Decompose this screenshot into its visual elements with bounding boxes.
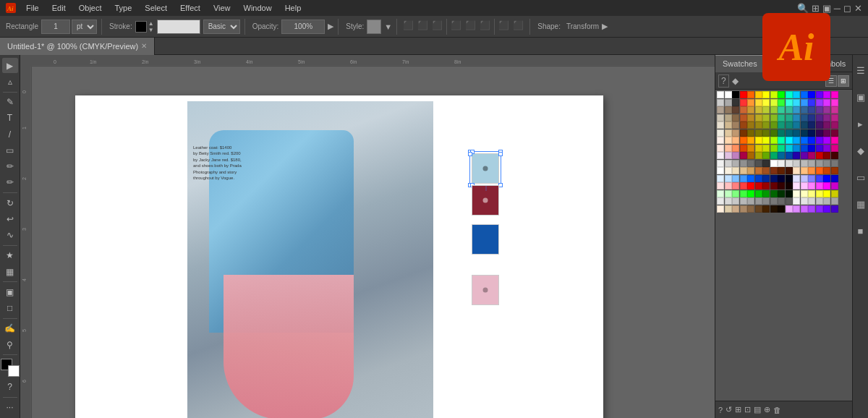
color-swatch[interactable] <box>740 182 747 189</box>
color-swatch[interactable] <box>725 205 732 213</box>
color-swatch[interactable] <box>816 106 823 114</box>
selection-tool[interactable]: ▶ <box>2 58 18 73</box>
color-swatch[interactable] <box>808 106 815 114</box>
color-swatch[interactable] <box>762 160 770 167</box>
color-swatch[interactable] <box>747 160 754 167</box>
stroke-color-swatch[interactable] <box>135 21 147 33</box>
color-swatch[interactable] <box>717 167 724 174</box>
scale-tool[interactable]: ↩ <box>2 211 18 226</box>
color-swatch[interactable] <box>755 160 762 167</box>
color-swatch[interactable] <box>786 175 793 182</box>
color-swatch[interactable] <box>755 129 762 137</box>
color-swatch[interactable] <box>762 145 770 152</box>
color-swatch[interactable] <box>823 190 830 197</box>
color-swatch[interactable] <box>770 129 778 137</box>
color-swatch[interactable] <box>778 91 785 98</box>
grid-view-icon[interactable]: ⊞ <box>812 3 820 14</box>
color-swatch[interactable] <box>793 152 800 159</box>
color-swatch[interactable] <box>808 160 815 167</box>
swatch-block-3[interactable] <box>472 224 499 255</box>
color-swatch[interactable] <box>801 197 808 205</box>
color-swatch[interactable] <box>755 175 762 182</box>
swatch-new[interactable]: ⊡ <box>744 405 751 414</box>
search-icon[interactable]: 🔍 <box>797 3 809 14</box>
color-swatch[interactable] <box>831 145 838 152</box>
color-swatch[interactable] <box>770 121 778 129</box>
swatch-block-2[interactable] <box>472 185 499 216</box>
color-swatch[interactable] <box>816 190 823 197</box>
size-unit-select[interactable]: pt <box>72 20 97 34</box>
color-swatch[interactable] <box>823 99 830 106</box>
stroke-type-select[interactable]: Basic <box>203 20 240 34</box>
color-swatch[interactable] <box>823 137 830 144</box>
color-swatch[interactable] <box>725 91 732 98</box>
color-swatch[interactable] <box>816 91 823 98</box>
color-swatch[interactable] <box>762 106 770 114</box>
color-swatch[interactable] <box>801 182 808 189</box>
color-swatch[interactable] <box>747 106 754 114</box>
color-swatch[interactable] <box>801 114 808 121</box>
color-swatch[interactable] <box>793 99 800 106</box>
background-color[interactable] <box>8 365 20 377</box>
color-swatch[interactable] <box>717 99 724 106</box>
color-swatch[interactable] <box>717 145 724 152</box>
color-swatch[interactable] <box>823 91 830 98</box>
color-swatch[interactable] <box>823 205 830 213</box>
color-swatch[interactable] <box>831 137 838 144</box>
color-swatch[interactable] <box>823 182 830 189</box>
color-swatch[interactable] <box>725 175 732 182</box>
cc-libraries-icon[interactable]: ◆ <box>854 138 867 163</box>
color-swatch[interactable] <box>740 160 747 167</box>
color-swatch[interactable] <box>732 175 739 182</box>
color-swatch[interactable] <box>770 137 778 144</box>
color-swatch[interactable] <box>740 129 747 137</box>
color-swatch[interactable] <box>747 99 754 106</box>
properties-panel-icon[interactable]: ▸ <box>854 111 867 136</box>
color-swatch[interactable] <box>778 152 785 159</box>
color-swatch[interactable] <box>732 205 739 213</box>
align-right-icon[interactable]: ⬛ <box>430 19 444 35</box>
color-swatch[interactable] <box>732 99 739 106</box>
color-swatch[interactable] <box>786 137 793 144</box>
color-swatch[interactable] <box>755 152 762 159</box>
color-swatch[interactable] <box>808 145 815 152</box>
color-swatch[interactable] <box>725 190 732 197</box>
color-swatch[interactable] <box>770 145 778 152</box>
color-swatch[interactable] <box>755 137 762 144</box>
color-swatch[interactable] <box>801 167 808 174</box>
color-swatch[interactable] <box>808 121 815 129</box>
hand-tool[interactable]: ✍ <box>2 321 18 336</box>
color-swatch[interactable] <box>831 197 838 205</box>
menu-window[interactable]: Window <box>238 2 278 14</box>
document-tab[interactable]: Untitled-1* @ 100% (CMYK/Preview) ✕ <box>0 38 155 55</box>
color-swatch[interactable] <box>717 129 724 137</box>
color-swatch[interactable] <box>808 167 815 174</box>
color-swatch[interactable] <box>808 205 815 213</box>
direct-selection-tool[interactable]: ▵ <box>2 74 18 89</box>
color-swatch[interactable] <box>793 197 800 205</box>
color-swatch[interactable] <box>732 121 739 129</box>
color-swatch[interactable] <box>823 145 830 152</box>
color-swatch[interactable] <box>755 197 762 205</box>
color-swatch[interactable] <box>808 129 815 137</box>
canvas-surface[interactable]: Leather coat: $1400by Betty Smith red. $… <box>32 67 715 418</box>
color-swatch[interactable] <box>725 137 732 144</box>
color-swatch[interactable] <box>732 152 739 159</box>
color-swatch[interactable] <box>831 106 838 114</box>
help-button[interactable]: ? <box>2 379 18 394</box>
color-swatch[interactable] <box>762 175 770 182</box>
swatch-help-bottom[interactable]: ? <box>718 406 723 414</box>
grid-view-button[interactable]: ⊞ <box>838 75 849 87</box>
color-swatch[interactable] <box>717 197 724 205</box>
color-swatch[interactable] <box>808 197 815 205</box>
color-swatch[interactable] <box>816 129 823 137</box>
color-swatch[interactable] <box>755 167 762 174</box>
color-swatch[interactable] <box>831 99 838 106</box>
color-swatch[interactable] <box>755 114 762 121</box>
color-swatch[interactable] <box>755 190 762 197</box>
swatch-refresh[interactable]: ↺ <box>726 405 732 414</box>
color-swatch[interactable] <box>740 106 747 114</box>
color-swatch[interactable] <box>747 121 754 129</box>
color-swatch[interactable] <box>747 91 754 98</box>
color-swatch[interactable] <box>740 190 747 197</box>
